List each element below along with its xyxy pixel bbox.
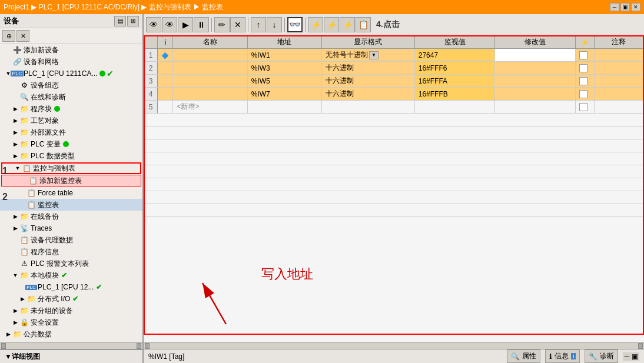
ungroup-expand[interactable]: ▶ [12, 307, 19, 314]
row1-addr[interactable]: %IW1 [247, 49, 321, 62]
sidebar-item-device-config[interactable]: ⚙ 设备组态 [0, 79, 142, 91]
sidebar-item-plc-alarm[interactable]: ⚠ PLC 报警文本列表 [0, 258, 142, 269]
row3-note[interactable] [594, 75, 643, 88]
row2-note[interactable] [594, 62, 643, 75]
sidebar-item-device-network[interactable]: 🔗 设备和网络 [0, 56, 142, 68]
monitor-table-container[interactable]: i 名称 地址 显示格式 监视值 修改值 ⚡ 注释 [144, 35, 644, 217]
toolbar-btn-1[interactable]: 👁 [146, 17, 161, 32]
common-expand[interactable]: ▶ [5, 331, 12, 338]
sidebar-item-online-backup[interactable]: ▶ 📁 在线备份 [0, 211, 142, 222]
row1-val[interactable]: 27647 [414, 49, 495, 62]
row4-name[interactable] [173, 88, 247, 101]
checkbox-2[interactable] [579, 64, 587, 72]
row5-name[interactable]: <新增> [173, 101, 247, 114]
row5-addr[interactable] [247, 101, 321, 114]
sidebar-item-program[interactable]: ▶ 📁 程序块 [0, 103, 142, 115]
row3-fmt[interactable]: 十六进制 [321, 75, 414, 88]
sidebar-icon-1[interactable]: ▤ [114, 16, 126, 26]
sidebar-item-add-device[interactable]: ➕ 添加新设备 [0, 44, 142, 56]
row4-note[interactable] [594, 88, 643, 101]
backup-expand[interactable]: ▶ [12, 213, 19, 220]
row5-check[interactable] [576, 101, 595, 114]
sidebar-item-plc-data[interactable]: ▶ 📁 PLC 数据类型 [0, 150, 142, 162]
sidebar-item-add-monitor[interactable]: 📋 添加新监控表 [1, 175, 141, 187]
sidebar-item-traces[interactable]: ▶ 📡 Traces [0, 222, 142, 234]
toolbar-add[interactable]: ⊕ [2, 30, 15, 42]
checkbox-3[interactable] [579, 77, 587, 85]
sidebar-item-watch-table[interactable]: 📋 监控表 [0, 199, 142, 211]
properties-button[interactable]: 🔍 属性 [507, 349, 540, 363]
row3-check[interactable] [576, 75, 595, 88]
sidebar-scrollbar-h[interactable] [0, 342, 142, 349]
toolbar-btn-7[interactable]: ↑ [251, 17, 266, 32]
row3-mod[interactable] [495, 75, 576, 88]
row1-check[interactable] [576, 49, 595, 62]
row4-addr[interactable]: %IW7 [247, 88, 321, 101]
dropdown-arrow-1[interactable]: ▼ [369, 51, 379, 59]
sidebar-item-plc1[interactable]: ▼ PLC PLC_1 [CPU 1211CA... ✔ [0, 68, 142, 79]
row5-mod[interactable] [495, 101, 576, 114]
toolbar-btn-11[interactable]: ⚡ [340, 17, 355, 32]
sidebar-item-security[interactable]: ▶ 🔒 安全设置 [0, 317, 142, 328]
sidebar-item-external[interactable]: ▶ 📁 外部源文件 [0, 126, 142, 138]
checkbox-4[interactable] [579, 90, 587, 98]
row1-name[interactable] [173, 49, 247, 62]
toolbar-btn-10[interactable]: ⚡ [324, 17, 339, 32]
row3-val[interactable]: 16#FFFA [414, 75, 495, 88]
external-expand[interactable]: ▶ [12, 129, 19, 136]
row2-mod[interactable] [495, 62, 576, 75]
sidebar-item-prog-info[interactable]: 📋 程序信息 [0, 246, 142, 258]
minimize-button[interactable]: ─ [610, 3, 619, 11]
monitor-expand[interactable]: ▼ [14, 165, 21, 172]
row1-fmt[interactable]: 无符号十进制 ▼ [321, 49, 414, 62]
info-button[interactable]: ℹ 信息 i [545, 349, 580, 363]
sidebar-item-common-data[interactable]: ▶ 📁 公共数据 [0, 328, 142, 340]
toolbar-btn-4[interactable]: ⏸ [194, 17, 209, 32]
fmt-dropdown-1[interactable]: 无符号十进制 ▼ [326, 50, 411, 60]
plcdata-expand[interactable]: ▶ [12, 152, 19, 159]
craft-expand[interactable]: ▶ [12, 117, 19, 124]
local-expand[interactable]: ▼ [12, 272, 19, 279]
sidebar-item-plc1-cpu[interactable]: PLC PLC_1 [CPU 12... ✔ [0, 281, 142, 293]
row2-addr[interactable]: %IW3 [247, 62, 321, 75]
row2-fmt[interactable]: 十六进制 [321, 62, 414, 75]
toolbar-btn-2[interactable]: 👁 [162, 17, 177, 32]
toolbar-btn-6[interactable]: ✕ [230, 17, 245, 32]
panel-btn-1[interactable]: ─ [624, 352, 629, 361]
row2-name[interactable] [173, 62, 247, 75]
row2-val[interactable]: 16#FFF6 [414, 62, 495, 75]
restore-button[interactable]: ▣ [620, 3, 630, 11]
row2-check[interactable] [576, 62, 595, 75]
plcvar-expand[interactable]: ▶ [12, 141, 19, 148]
panel-btn-2[interactable]: ▣ [632, 352, 638, 361]
row4-val[interactable]: 16#FFFB [414, 88, 495, 101]
sidebar-item-online-diag[interactable]: 🔍 在线和诊断 [0, 91, 142, 103]
toolbar-monitor-button[interactable]: 👓 [287, 17, 303, 32]
row5-val[interactable] [414, 101, 495, 114]
close-button[interactable]: ✕ [631, 3, 640, 11]
toolbar-delete[interactable]: ✕ [16, 30, 29, 42]
tree-scroll[interactable]: ➕ 添加新设备 🔗 设备和网络 ▼ PLC PLC_1 [CPU 1211CA.… [0, 44, 142, 342]
sidebar-item-craft[interactable]: ▶ 📁 工艺对象 [0, 115, 142, 126]
security-expand[interactable]: ▶ [12, 319, 19, 326]
main-scrollbar-h[interactable] [144, 342, 644, 349]
sidebar-item-plc-var[interactable]: ▶ 📁 PLC 变量 [0, 138, 142, 150]
sidebar-item-local-module[interactable]: ▼ 📁 本地模块 ✔ [0, 269, 142, 281]
diagnostics-button[interactable]: 🔧 诊断 [585, 349, 618, 363]
program-expand[interactable]: ▶ [12, 105, 19, 112]
sidebar-icon-2[interactable]: ⊞ [127, 16, 139, 26]
row5-note[interactable] [594, 101, 643, 114]
traces-expand[interactable]: ▶ [12, 225, 19, 232]
sidebar-item-ungroup[interactable]: ▶ 📁 未分组的设备 [0, 305, 142, 317]
sidebar-item-monitor-force[interactable]: ▼ 📋 监控与强制表 [1, 162, 141, 174]
status-panel-controls[interactable]: ─ ▣ [623, 352, 639, 361]
sidebar-item-device-proxy[interactable]: 📋 设备代理数据 [0, 234, 142, 246]
checkbox-1[interactable] [579, 51, 587, 59]
toolbar-btn-3[interactable]: ▶ [178, 17, 193, 32]
sidebar-item-distributed-io[interactable]: ▶ 📁 分布式 I/O ✔ [0, 293, 142, 305]
distio-expand[interactable]: ▶ [19, 295, 26, 302]
toolbar-btn-5[interactable]: ✏ [214, 17, 230, 32]
row3-name[interactable] [173, 75, 247, 88]
row4-check[interactable] [576, 88, 595, 101]
row1-note[interactable] [594, 49, 643, 62]
